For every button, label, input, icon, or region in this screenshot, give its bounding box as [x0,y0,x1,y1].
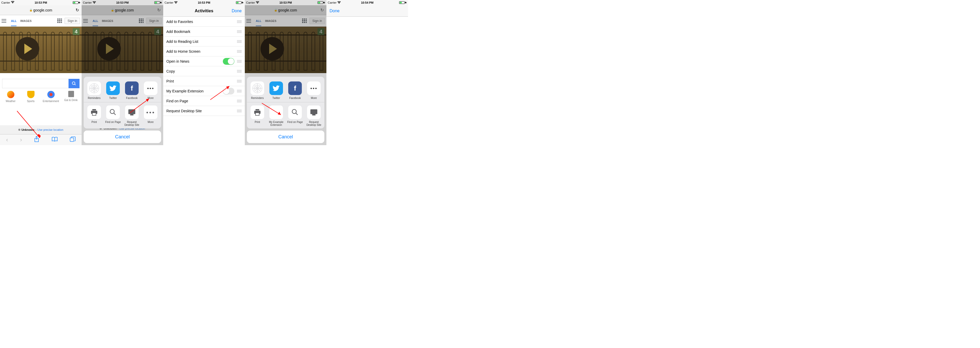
drag-handle-icon[interactable] [237,70,242,73]
drag-handle-icon[interactable] [237,21,242,23]
activities-list: Add to Favorites Add Bookmark Add to Rea… [163,17,245,116]
reload-icon[interactable]: ↻ [76,8,79,13]
phone-4: Carrier 10:53 PM 🔒google.com↻ ALLIMAGES … [245,0,326,145]
action-find[interactable]: Find on Page [104,106,122,127]
doodle-badge: 4 [73,28,80,35]
share-facebook[interactable]: fFacebook [286,81,304,100]
status-time: 10:53 PM [35,1,47,4]
location-link[interactable]: Use precise location [37,128,63,131]
cancel-button[interactable]: Cancel [84,131,161,143]
safari-url-bar[interactable]: 🔒 google.com ↻ [0,5,81,15]
share-more-apps[interactable]: ●●●More [142,81,160,100]
activity-row[interactable]: Copy [163,66,245,76]
back-icon[interactable]: ‹ [6,136,8,143]
svg-rect-5 [70,138,74,141]
svg-line-38 [296,113,298,115]
svg-point-0 [72,82,75,85]
action-my-example-extension[interactable]: My Example Extension [267,106,285,127]
share-sheet: Reminders Twitter fFacebook ●●●More Prin… [247,77,324,143]
apps-icon[interactable] [57,19,62,23]
svg-rect-16 [92,109,96,111]
activity-row[interactable]: Request Desktop Site [163,106,245,116]
more-icon: ●●● [144,81,158,95]
activity-row[interactable]: Open in News [163,56,245,66]
activity-row[interactable]: Add Bookmark [163,27,245,36]
share-reminders[interactable]: Reminders [85,81,103,100]
activity-row[interactable]: Add to Home Screen [163,46,245,56]
toggle-switch[interactable] [223,58,234,65]
search-row [2,79,80,88]
share-twitter[interactable]: Twitter [267,81,285,100]
drag-handle-icon[interactable] [237,90,242,92]
tab-all[interactable]: ALL [11,16,16,26]
bookmarks-icon[interactable] [51,136,58,143]
drag-handle-icon[interactable] [237,40,242,43]
share-more-apps[interactable]: ●●●More [305,81,323,100]
done-button[interactable]: Done [232,9,242,13]
cat-eat[interactable]: Eat & Drink [62,91,81,103]
tab-images[interactable]: IMAGES [20,16,31,26]
action-find[interactable]: Find on Page [286,106,304,127]
twitter-icon [106,81,120,95]
tabs-icon[interactable] [70,136,76,143]
action-more[interactable]: ●●●More [142,106,160,127]
share-icon[interactable] [34,136,39,144]
play-icon[interactable] [16,37,39,60]
forward-icon[interactable]: › [20,136,22,143]
activity-row[interactable]: Add to Reading List [163,36,245,46]
cancel-button[interactable]: Cancel [247,131,324,143]
search-button[interactable] [68,79,80,88]
svg-rect-18 [92,113,96,115]
drag-handle-icon[interactable] [237,100,242,102]
google-doodle[interactable]: 4 [0,27,81,73]
svg-point-37 [292,109,296,114]
action-print[interactable]: Print [85,106,103,127]
search-icon [106,106,120,119]
drag-handle-icon[interactable] [237,30,242,33]
svg-point-19 [110,109,114,114]
cat-weather[interactable]: Weather [1,91,21,103]
activity-row[interactable]: Add to Favorites [163,17,245,27]
desktop-icon [125,106,138,119]
activity-row[interactable]: Print [163,76,245,86]
action-print[interactable]: Print [248,106,267,127]
drag-handle-icon[interactable] [237,80,242,82]
signin-button[interactable]: Sign in [65,18,80,24]
share-reminders[interactable]: Reminders [248,81,267,100]
phone-5: Carrier 10:54 PM Done [326,0,408,145]
action-desktop[interactable]: Request Desktop Site [305,106,323,127]
drag-handle-icon[interactable] [237,50,242,53]
share-sheet: Reminders Twitter fFacebook ●●●More Prin… [84,77,161,143]
drag-handle-icon[interactable] [237,60,242,63]
svg-rect-34 [256,109,259,111]
location-unknown: Unknown [21,128,35,131]
svg-rect-36 [256,113,259,115]
url-text: google.com [33,8,52,12]
drag-handle-icon[interactable] [237,110,242,112]
reminders-icon [88,81,101,95]
location-bar: Unknown - Use precise location [0,125,81,134]
activities-title: Activities [194,9,213,13]
menu-icon[interactable] [2,19,6,23]
cat-entertainment[interactable]: Entertainment [41,91,60,103]
phone-1: Carrier 10:53 PM 🔒 google.com ↻ ALL IMAG… [0,0,81,145]
cat-sports[interactable]: Sports [21,91,41,103]
search-input[interactable] [2,79,68,88]
action-desktop[interactable]: Request Desktop Site [123,106,141,127]
share-twitter[interactable]: Twitter [104,81,122,100]
done-button[interactable]: Done [329,9,339,13]
activities-navbar: Activities Done [163,5,245,17]
activity-row-myext[interactable]: My Example Extension [163,86,245,96]
phone-3: Carrier 10:53 PM Activities Done Add to … [163,0,245,145]
status-bar: Carrier 10:53 PM [245,0,326,5]
share-facebook[interactable]: fFacebook [123,81,141,100]
activity-row[interactable]: Find on Page [163,96,245,106]
svg-rect-40 [313,114,315,115]
google-header: ALL IMAGES Sign in [0,15,81,27]
category-row: Weather Sports Entertainment Eat & Drink [0,91,81,103]
toggle-switch[interactable] [223,88,234,95]
wifi-icon [11,1,14,4]
status-bar: Carrier 10:53 PM [81,0,163,5]
facebook-icon: f [125,81,138,95]
svg-line-20 [114,113,116,115]
